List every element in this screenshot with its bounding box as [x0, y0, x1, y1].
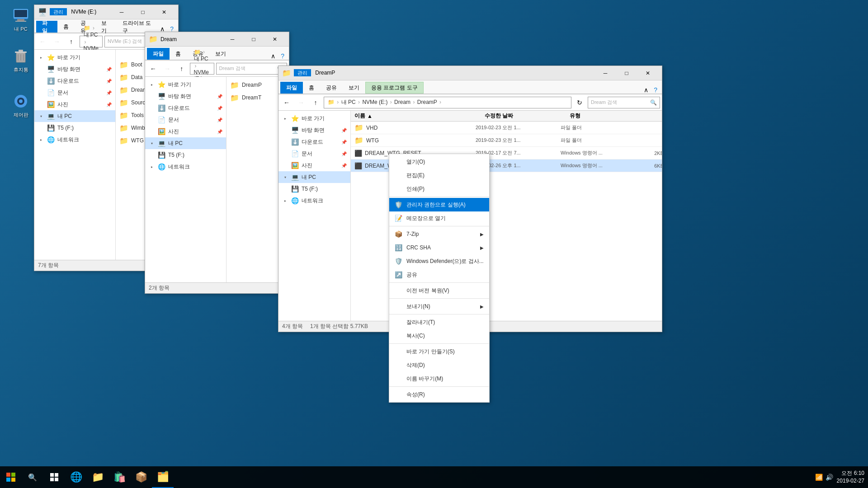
nvme-tab-home[interactable]: 홈 — [57, 21, 75, 33]
dreamp-refresh-btn[interactable]: ↻ — [573, 96, 586, 109]
taskbar-explorer-btn[interactable]: 📁 — [87, 466, 108, 488]
dreamp-nav-downloads[interactable]: ⬇️ 다운로드 📌 — [278, 136, 350, 148]
ctx-delete[interactable]: 삭제(D) — [389, 358, 489, 372]
dreamp-tab-share[interactable]: 공유 — [320, 82, 343, 94]
desktop-icon-mypc[interactable]: 내 PC — [5, 5, 37, 34]
taskbar-ie-btn[interactable]: 🌐 — [65, 466, 87, 488]
col-type-header[interactable]: 유형 — [570, 112, 633, 120]
dream-ribbon-expand[interactable]: ∧ — [268, 52, 278, 60]
dreamp-nav-desktop[interactable]: 🖥️ 바탕 화면 📌 — [278, 124, 350, 136]
dreamp-nav-mypc[interactable]: ▾ 💻 내 PC — [278, 171, 350, 183]
dream-search-box[interactable]: Dream 검색 🔍 — [216, 63, 287, 75]
dreamp-tab-view[interactable]: 보기 — [343, 82, 365, 94]
ctx-rename[interactable]: 이름 바꾸기(M) — [389, 372, 489, 385]
ctx-copy[interactable]: 복사(C) — [389, 329, 489, 343]
nvme-nav-downloads[interactable]: ⬇️ 다운로드 📌 — [34, 75, 115, 87]
dreamp-maximize-btn[interactable]: □ — [616, 66, 637, 80]
dream-nav-t5[interactable]: 💾 T5 (F:) — [145, 149, 226, 161]
taskbar-taskview-btn[interactable] — [43, 466, 65, 488]
taskbar-open-explorer-btn[interactable]: 🗂️ — [152, 466, 174, 488]
dreamp-back-btn[interactable]: ← — [280, 96, 293, 109]
nvme-minimize-btn[interactable]: ─ — [111, 5, 132, 19]
nvme-nav-desktop[interactable]: 🖥️ 바탕 화면 📌 — [34, 63, 115, 75]
dreamp-ribbon-expand[interactable]: ∧ — [641, 86, 651, 94]
dreamp-search-box[interactable]: Dream 검색 🔍 — [588, 97, 660, 108]
nvme-nav-mypc[interactable]: ▾ 💻 내 PC — [34, 110, 115, 122]
col-date-header[interactable]: 수정한 날짜 — [485, 112, 566, 120]
dream-tab-view[interactable]: 보기 — [209, 48, 232, 60]
dreamp-tab-file[interactable]: 파일 — [280, 82, 303, 94]
nvme-maximize-btn[interactable]: □ — [132, 5, 153, 19]
nvme-nav-pics[interactable]: 🖼️ 사진 📌 — [34, 99, 115, 110]
dream-nav-mypc[interactable]: ▾ 💻 내 PC — [145, 137, 226, 149]
ctx-7zip[interactable]: 📦 7-Zip ▶ — [389, 227, 489, 241]
nvme-close-btn[interactable]: ✕ — [154, 5, 175, 19]
ctx-crc-sha[interactable]: 🔢 CRC SHA ▶ — [389, 241, 489, 254]
dream-tab-home[interactable]: 홈 — [170, 48, 187, 60]
dream-nav-pics[interactable]: 🖼️ 사진 📌 — [145, 126, 226, 137]
dream-nav-network[interactable]: ▸ 🌐 네트워크 — [145, 161, 226, 173]
dream-close-btn[interactable]: ✕ — [264, 32, 285, 47]
nvme-nav-t5[interactable]: 💾 T5 (F:) — [34, 122, 115, 134]
nvme-up-btn[interactable]: ↑ — [65, 35, 78, 48]
taskbar-sound-icon[interactable]: 🔊 — [826, 474, 833, 481]
dreamp-nav-docs[interactable]: 📄 문서 📌 — [278, 148, 350, 160]
dream-nav-docs[interactable]: 📄 문서 📌 — [145, 114, 226, 126]
taskbar-extra-btn[interactable]: 📦 — [130, 466, 152, 488]
nvme-nav-docs[interactable]: 📄 문서 📌 — [34, 87, 115, 99]
dream-nav-quickaccess[interactable]: ▸ ⭐ 바로 가기 — [145, 79, 226, 90]
ctx-sendto[interactable]: 보내기(N) ▶ — [389, 300, 489, 313]
ctx-restore[interactable]: 이전 버전 복원(V) — [389, 284, 489, 297]
nvme-address-path[interactable]: 📁 › 내 PC › NVMe (E:) — [80, 36, 103, 47]
nvme-tab-drive[interactable]: 드라이브 도구 — [117, 21, 158, 33]
taskbar-search-btn[interactable]: 🔍 — [22, 466, 43, 488]
taskbar-start-btn[interactable] — [0, 466, 22, 488]
dreamp-help-btn[interactable]: ? — [651, 86, 660, 94]
dream-maximize-btn[interactable]: □ — [243, 32, 264, 47]
taskbar-store-btn[interactable]: 🛍️ — [108, 466, 130, 488]
ctx-open[interactable]: 열기(O) — [389, 155, 489, 169]
dream-nav-desktop[interactable]: 🖥️ 바탕 화면 📌 — [145, 90, 226, 102]
dreamp-nav-quickaccess[interactable]: ▸ ⭐ 바로 가기 — [278, 113, 350, 124]
nvme-tab-file[interactable]: 파일 — [36, 21, 57, 33]
dreamp-file-vhd[interactable]: 📁 VHD 2019-02-23 오전 1... 파일 폴더 — [351, 122, 662, 134]
dream-help-btn[interactable]: ? — [278, 52, 287, 60]
dreamp-tab-app[interactable]: 응용 프로그램 도구 — [365, 82, 424, 94]
dream-back-btn[interactable]: ← — [147, 62, 160, 75]
dreamp-tab-home[interactable]: 홈 — [303, 82, 320, 94]
ctx-cut[interactable]: 잘라내기(T) — [389, 315, 489, 329]
nvme-forward-btn[interactable]: → — [51, 35, 63, 48]
dreamp-forward-btn[interactable]: → — [295, 96, 307, 109]
nvme-tab-view[interactable]: 보기 — [95, 21, 117, 33]
desktop-icon-controlpanel[interactable]: 제어판 — [5, 90, 37, 120]
ctx-shortcut[interactable]: 바로 가기 만들기(S) — [389, 345, 489, 358]
ctx-run-admin[interactable]: 🛡️ 관리자 권한으로 실행(A) — [389, 198, 489, 211]
dream-address-path[interactable]: 📁 › 내 PC › NVMe (E:) › Dream — [190, 63, 214, 75]
dreamp-address-path[interactable]: 📁 › 내 PC › NVMe (E:) › Dream › DreamP › — [324, 97, 571, 108]
desktop-icon-trash[interactable]: 휴지통 — [5, 45, 37, 75]
ctx-defender[interactable]: 🛡️ Windows Defender(으)로 검사... — [389, 254, 489, 268]
dreamp-nav-t5[interactable]: 💾 T5 (F:) — [278, 183, 350, 195]
dream-nav-downloads[interactable]: ⬇️ 다운로드 📌 — [145, 102, 226, 114]
dream-minimize-btn[interactable]: ─ — [222, 32, 243, 47]
dreamp-close-btn[interactable]: ✕ — [637, 66, 658, 80]
nvme-back-btn[interactable]: ← — [36, 35, 49, 48]
dream-forward-btn[interactable]: → — [161, 62, 174, 75]
ctx-print[interactable]: 인쇄(P) — [389, 182, 489, 196]
col-size-header[interactable]: 크기 — [637, 112, 662, 120]
ctx-share[interactable]: ↗️ 공유 — [389, 268, 489, 282]
ctx-properties[interactable]: 속성(R) — [389, 388, 489, 401]
nvme-nav-network[interactable]: ▸ 🌐 네트워크 — [34, 134, 115, 145]
ctx-edit[interactable]: 편집(E) — [389, 169, 489, 182]
dream-up-btn[interactable]: ↑ — [175, 62, 188, 75]
nvme-nav-quickaccess[interactable]: ▸ ⭐ 바로 가기 — [34, 52, 115, 63]
taskbar-network-icon[interactable]: 📶 — [815, 474, 823, 481]
ctx-open-notepad[interactable]: 📝 메모장으로 열기 — [389, 211, 489, 225]
dreamp-up-btn[interactable]: ↑ — [309, 96, 322, 109]
dreamp-file-wtg[interactable]: 📁 WTG 2019-02-23 오전 1... 파일 폴더 — [351, 134, 662, 147]
dreamp-nav-network[interactable]: ▸ 🌐 네트워크 — [278, 195, 350, 206]
dreamp-minimize-btn[interactable]: ─ — [595, 66, 616, 80]
dream-tab-file[interactable]: 파일 — [147, 48, 170, 60]
dreamp-nav-pics[interactable]: 🖼️ 사진 📌 — [278, 160, 350, 171]
taskbar-clock[interactable]: 오전 6:10 2019-02-27 — [837, 469, 864, 485]
